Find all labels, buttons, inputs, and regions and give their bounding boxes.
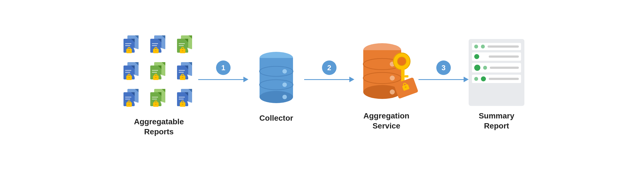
arrow-badge-1: 1 bbox=[216, 60, 231, 75]
svg-rect-35 bbox=[125, 72, 130, 73]
svg-rect-79 bbox=[155, 104, 157, 105]
svg-rect-59 bbox=[182, 77, 183, 78]
doc-group-3 bbox=[173, 33, 197, 57]
svg-point-104 bbox=[390, 76, 395, 81]
arrow-shaft-2 bbox=[304, 79, 349, 80]
svg-rect-84 bbox=[179, 97, 185, 98]
arrow-3: 3 bbox=[418, 77, 469, 82]
svg-rect-64 bbox=[125, 97, 131, 98]
svg-rect-9 bbox=[129, 50, 130, 51]
svg-rect-49 bbox=[155, 77, 157, 78]
doc-group-6 bbox=[173, 60, 197, 84]
svg-point-107 bbox=[397, 57, 406, 66]
svg-rect-85 bbox=[179, 99, 184, 99]
doc-group-1 bbox=[120, 33, 144, 57]
arrow-shaft-3 bbox=[418, 79, 464, 80]
summary-row-4 bbox=[472, 75, 521, 83]
svg-rect-75 bbox=[152, 99, 157, 99]
svg-rect-89 bbox=[182, 104, 183, 105]
collector-database bbox=[257, 47, 296, 108]
doc-group-7 bbox=[120, 87, 144, 111]
svg-rect-44 bbox=[152, 70, 158, 71]
arrow-line-2 bbox=[304, 77, 354, 82]
doc-group-5 bbox=[146, 60, 170, 84]
summary-report-label: Summary Report bbox=[479, 111, 514, 131]
svg-rect-45 bbox=[152, 72, 157, 73]
aggregatable-reports-label: Aggregatable Reports bbox=[134, 117, 184, 137]
summary-report-visual bbox=[469, 39, 524, 106]
arrow-badge-2: 2 bbox=[322, 60, 336, 75]
arrow-2: 2 bbox=[304, 77, 354, 82]
arrow-head-1 bbox=[243, 77, 248, 82]
svg-rect-69 bbox=[129, 104, 130, 105]
svg-rect-34 bbox=[125, 70, 131, 71]
svg-point-95 bbox=[282, 69, 287, 74]
bar-2 bbox=[489, 55, 519, 58]
dot-2 bbox=[481, 45, 485, 48]
aggregation-service-visual bbox=[354, 39, 418, 106]
svg-rect-14 bbox=[152, 43, 158, 44]
aggregation-service-node: Aggregation Service bbox=[354, 39, 418, 131]
dot-3 bbox=[474, 54, 479, 59]
collector-node: Collector bbox=[248, 47, 304, 123]
svg-rect-5 bbox=[125, 45, 130, 46]
arrow-line-3 bbox=[418, 77, 469, 82]
diagram: Aggregatable Reports 1 bbox=[0, 28, 644, 143]
summary-row-3 bbox=[472, 63, 521, 72]
arrow-shaft-1 bbox=[198, 79, 243, 80]
dot-7 bbox=[481, 76, 486, 81]
arrow-1: 1 bbox=[198, 77, 248, 82]
svg-rect-4 bbox=[125, 43, 131, 44]
svg-rect-19 bbox=[155, 50, 157, 51]
dot-6 bbox=[474, 77, 478, 81]
dot-4 bbox=[474, 65, 480, 71]
agg-reports-grid bbox=[120, 33, 198, 112]
svg-rect-15 bbox=[152, 45, 157, 46]
bar-4 bbox=[489, 78, 519, 80]
svg-rect-29 bbox=[182, 50, 183, 51]
svg-rect-24 bbox=[179, 43, 185, 44]
svg-rect-25 bbox=[179, 45, 184, 46]
svg-rect-39 bbox=[129, 77, 130, 78]
svg-point-92 bbox=[260, 91, 293, 103]
svg-rect-55 bbox=[179, 72, 184, 73]
svg-rect-74 bbox=[152, 97, 158, 98]
doc-group-4 bbox=[120, 60, 144, 84]
arrow-line-1 bbox=[198, 77, 248, 82]
arrow-head-3 bbox=[464, 77, 469, 82]
doc-group-8 bbox=[146, 87, 170, 111]
arrow-badge-3: 3 bbox=[436, 60, 451, 75]
summary-row-2 bbox=[472, 52, 521, 61]
aggregatable-reports-node: Aggregatable Reports bbox=[120, 33, 198, 137]
doc-group-2 bbox=[146, 33, 170, 57]
dot-5 bbox=[483, 66, 487, 70]
summary-row-1 bbox=[472, 43, 521, 50]
dot-1 bbox=[474, 45, 478, 48]
bar-3 bbox=[490, 67, 519, 69]
svg-point-105 bbox=[390, 89, 395, 94]
summary-report-node: Summary Report bbox=[469, 39, 524, 131]
svg-rect-109 bbox=[405, 75, 408, 77]
bar-1 bbox=[488, 45, 519, 48]
svg-rect-54 bbox=[179, 70, 185, 71]
doc-group-9 bbox=[173, 87, 197, 111]
collector-label: Collector bbox=[259, 113, 293, 123]
arrow-head-2 bbox=[349, 77, 354, 82]
svg-rect-65 bbox=[125, 99, 130, 99]
svg-point-96 bbox=[282, 82, 287, 87]
svg-point-97 bbox=[282, 95, 287, 99]
aggregation-service-label: Aggregation Service bbox=[364, 111, 410, 131]
